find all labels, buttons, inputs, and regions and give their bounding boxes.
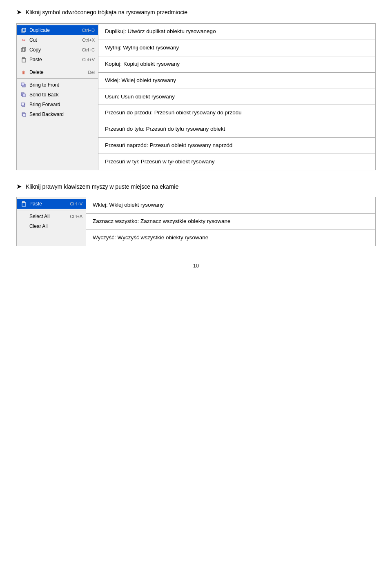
context-menu-1: Duplicate Ctrl+D ✂ Cut Ctrl+X Copy Ctrl+… <box>17 24 98 170</box>
menu-item-delete[interactable]: 🗑 Delete Del <box>17 67 98 77</box>
menu-label-cut: Cut <box>29 37 78 43</box>
clear-all-icon <box>20 223 27 230</box>
menu-label-bring-front: Bring to Front <box>29 82 95 88</box>
menu-shortcut-paste2: Ctrl+V <box>70 201 82 206</box>
svg-rect-15 <box>22 201 24 203</box>
menu-shortcut-copy: Ctrl+C <box>82 47 95 52</box>
menu-sep-2 <box>17 78 98 79</box>
intro-text-2: Kliknij prawym klawiszem myszy w puste m… <box>26 183 178 190</box>
menu-label-send-back: Send to Back <box>29 92 95 98</box>
desc-row-1-4: Usuń: Usuń obiekt rysowany <box>98 89 375 105</box>
delete-icon: 🗑 <box>20 69 27 76</box>
desc-row-1-0: Duplikuj: Utwórz duplikat obiektu rysowa… <box>98 24 375 40</box>
paste-icon <box>20 56 27 63</box>
menu-item-send-backward[interactable]: Send Backward <box>17 109 98 119</box>
menu-item-duplicate[interactable]: Duplicate Ctrl+D <box>17 25 98 35</box>
menu-sep-1 <box>17 66 98 66</box>
menu-item-paste[interactable]: Paste Ctrl+V <box>17 55 98 65</box>
svg-rect-7 <box>21 83 24 86</box>
menu-label-copy: Copy <box>29 47 78 53</box>
descriptions-panel-1: Duplikuj: Utwórz duplikat obiektu rysowa… <box>98 24 375 170</box>
menu-shortcut-duplicate: Ctrl+D <box>82 28 95 33</box>
svg-rect-9 <box>22 94 25 97</box>
cut-icon: ✂ <box>20 36 27 44</box>
svg-rect-5 <box>22 57 24 58</box>
svg-rect-14 <box>22 203 26 206</box>
menu-label-send-backward: Send Backward <box>29 111 95 117</box>
paste-icon-2 <box>20 200 27 207</box>
desc-row-1-6: Przesuń do tyłu: Przesuń do tyłu rysowan… <box>98 121 375 138</box>
menu-item-select-all[interactable]: Select All Ctrl+A <box>17 212 86 221</box>
descriptions-panel-2: Wklej: Wklej obiekt rysowany Zaznacz wsz… <box>86 197 375 246</box>
svg-rect-1 <box>22 28 26 31</box>
desc-row-1-7: Przesuń naprzód: Przesuń obiekt rysowany… <box>98 138 375 154</box>
menu-label-select-all: Select All <box>29 214 66 219</box>
svg-rect-4 <box>22 58 26 62</box>
menu-shortcut-select-all: Ctrl+A <box>70 214 82 219</box>
context-menu-2: Paste Ctrl+V Select All Ctrl+A Clear All <box>17 197 86 246</box>
menu-sep-2-1 <box>17 210 86 210</box>
desc-row-1-5: Przesuń do przodu: Przesuń obiekt rysowa… <box>98 105 375 121</box>
desc-row-1-8: Przesuń w tył: Przesuń w tył obiekt ryso… <box>98 154 375 170</box>
section-block-2: Paste Ctrl+V Select All Ctrl+A Clear All… <box>16 197 376 246</box>
menu-item-send-back[interactable]: Send to Back <box>17 90 98 100</box>
menu-shortcut-delete: Del <box>88 70 95 75</box>
menu-label-paste2: Paste <box>29 201 66 207</box>
duplicate-icon <box>20 27 27 34</box>
svg-rect-3 <box>22 47 26 51</box>
menu-shortcut-paste: Ctrl+V <box>82 57 95 62</box>
menu-item-bring-front[interactable]: Bring to Front <box>17 80 98 90</box>
menu-item-bring-forward[interactable]: Bring Forward <box>17 100 98 109</box>
svg-rect-2 <box>21 48 24 52</box>
section-block-1: Duplicate Ctrl+D ✂ Cut Ctrl+X Copy Ctrl+… <box>16 23 376 170</box>
menu-item-copy[interactable]: Copy Ctrl+C <box>17 45 98 55</box>
menu-label-bring-forward: Bring Forward <box>29 102 95 107</box>
send-backward-icon <box>20 111 27 118</box>
select-all-icon <box>20 213 27 220</box>
send-back-icon <box>20 91 27 98</box>
intro-line-1: ➤ Kliknij symbol odwróconego trójkąta na… <box>16 8 376 16</box>
desc-row-2-2: Wyczyść: Wyczyść wszystkie obiekty rysow… <box>86 230 375 246</box>
desc-row-1-1: Wytnij: Wytnij obiekt rysowany <box>98 40 375 56</box>
arrow-icon-2: ➤ <box>16 183 22 190</box>
menu-item-clear-all[interactable]: Clear All <box>17 221 86 231</box>
arrow-icon-1: ➤ <box>16 8 22 16</box>
desc-row-1-2: Kopiuj: Kopiuj obiekt rysowany <box>98 56 375 73</box>
intro-line-2: ➤ Kliknij prawym klawiszem myszy w puste… <box>16 183 376 190</box>
menu-item-paste2[interactable]: Paste Ctrl+V <box>17 199 86 209</box>
menu-item-cut[interactable]: ✂ Cut Ctrl+X <box>17 35 98 45</box>
desc-row-2-0: Wklej: Wklej obiekt rysowany <box>86 197 375 214</box>
svg-rect-11 <box>21 103 24 106</box>
menu-label-delete: Delete <box>29 69 84 75</box>
menu-label-duplicate: Duplicate <box>29 27 78 33</box>
page-number: 10 <box>16 263 376 269</box>
intro-text-1: Kliknij symbol odwróconego trójkąta na r… <box>26 9 187 16</box>
menu-label-clear-all: Clear All <box>29 223 78 229</box>
copy-icon <box>20 46 27 53</box>
menu-label-paste: Paste <box>29 57 78 62</box>
desc-row-2-1: Zaznacz wszystko: Zaznacz wszystkie obie… <box>86 214 375 230</box>
svg-rect-0 <box>22 29 25 32</box>
bring-front-icon <box>20 81 27 89</box>
bring-forward-icon <box>20 101 27 108</box>
desc-row-1-3: Wklej: Wklej obiekt rysowany <box>98 73 375 89</box>
svg-rect-13 <box>23 114 26 116</box>
menu-shortcut-cut: Ctrl+X <box>82 38 95 42</box>
